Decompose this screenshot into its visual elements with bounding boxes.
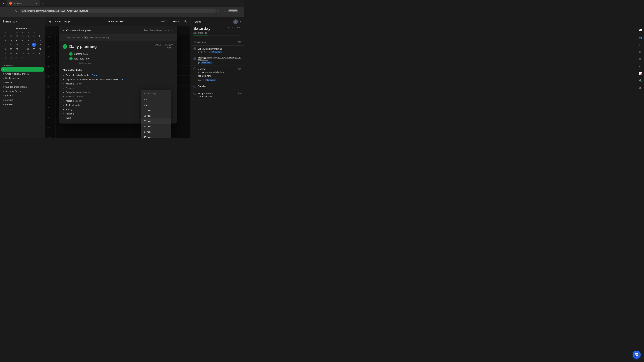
cal-day-28b[interactable]: 28 (20, 51, 24, 55)
mini-cal-prev-button[interactable]: ‹ (3, 27, 4, 30)
bookmark-icon[interactable]: ☆ (217, 9, 220, 12)
cal-day-3[interactable]: 3 (38, 34, 42, 38)
modal-close-button[interactable]: × (172, 29, 173, 32)
cal-day-3b[interactable]: 3 (15, 56, 19, 60)
cal-day-12[interactable]: 12 (9, 43, 13, 47)
task-item-asana-url[interactable]: https://app.asana.com/0/1206174676385119… (191, 55, 244, 66)
cal-day-30b[interactable]: 30 (32, 51, 36, 55)
sidebar-item-general3[interactable]: # general (1, 102, 44, 106)
task-item-schedule-kickoff[interactable]: Schedule kickoff meeting ① 👤 Dec 20 #Cro… (191, 45, 244, 55)
cal-day-14[interactable]: 14 (20, 43, 24, 47)
subtask-check-2[interactable]: ✓ (69, 57, 72, 60)
sidebar-item-sunsama-tasks[interactable]: # Sunsama Tasks (1, 89, 44, 93)
cal-day-16[interactable]: 16 (32, 43, 36, 47)
sidebar-item-designers-one[interactable]: # Designers-one (1, 76, 44, 80)
cal-day-1[interactable]: 1 (26, 34, 30, 38)
cal-day-23[interactable]: 23 (32, 47, 36, 51)
cal-day-1b[interactable]: 1 (3, 56, 8, 60)
dropdown-item-20min[interactable]: 20 min (141, 118, 171, 124)
new-tab-button[interactable]: + (41, 1, 45, 6)
right-panel-collapse-button[interactable]: ⊲ (239, 20, 242, 23)
dropdown-item-25min[interactable]: 25 min (141, 124, 171, 129)
cal-day-18[interactable]: 18 (3, 47, 8, 51)
cal-day-9[interactable]: 9 (32, 38, 36, 42)
cal-day-30[interactable]: 30 (20, 34, 24, 38)
subtask-check-1[interactable]: ✓ (69, 52, 72, 56)
modal-add-subtasks-button[interactable]: Add subtasks (150, 29, 162, 31)
cal-day-6b[interactable]: 6 (32, 56, 36, 60)
dropdown-item-10min[interactable]: 10 min (141, 108, 171, 113)
sidebar-item-middle[interactable]: # Middle (1, 80, 44, 85)
dropdown-current-value[interactable]: --:-- (141, 97, 171, 102)
task-check-1[interactable] (193, 47, 196, 50)
actual-value[interactable]: --:-- (155, 46, 161, 49)
sidebar-item-general1[interactable]: # general (1, 93, 44, 98)
add-subtask-button[interactable]: + Add subtask (76, 61, 173, 65)
task-check-2[interactable] (193, 57, 196, 60)
cal-day-21[interactable]: 21 (20, 47, 24, 51)
task-item-setup-sunsama[interactable]: Setup Sunsama 0:20 Add integrations (191, 90, 244, 100)
cal-day-2[interactable]: 2 (32, 34, 36, 38)
tab-close-button[interactable]: ✕ (36, 2, 38, 4)
cal-day-5b[interactable]: 5 (26, 56, 30, 60)
cal-day-7[interactable]: 7 (20, 38, 24, 42)
cal-day-17[interactable]: 17 (38, 43, 42, 47)
cal-day-7b[interactable]: 7 (38, 56, 42, 60)
cal-day-20[interactable]: 20 (15, 47, 19, 51)
back-button[interactable]: ← (2, 8, 7, 13)
task-check-5[interactable] (193, 92, 196, 95)
cal-day-28[interactable]: 28 (9, 34, 13, 38)
cal-day-13[interactable]: 13 (15, 43, 19, 47)
refresh-button[interactable]: ↻ (14, 8, 18, 13)
forward-button[interactable]: → (8, 8, 13, 13)
cal-day-6[interactable]: 6 (15, 38, 19, 42)
prev-week-button[interactable]: ◀ (64, 20, 66, 23)
cal-day-24[interactable]: 24 (38, 47, 42, 51)
cal-day-27b[interactable]: 27 (15, 51, 19, 55)
cal-day-2b[interactable]: 2 (9, 56, 13, 60)
download-icon[interactable]: ⬇ (221, 9, 223, 12)
cal-day-5[interactable]: 5 (9, 38, 13, 42)
today-button[interactable]: Today (53, 19, 62, 23)
sidebar-toggle-button[interactable]: ◀| (49, 20, 51, 23)
cal-day-4[interactable]: 4 (3, 38, 8, 42)
sidebar-item-cross-functional[interactable]: # Cross-functional projec... (1, 71, 44, 76)
cal-day-25[interactable]: 25 (3, 51, 8, 55)
url-bar[interactable]: app.sunsama.com/group/moodjoy?aid=657c79… (20, 8, 216, 13)
active-tab[interactable]: S Sunsama ✕ (6, 0, 40, 6)
cal-day-29[interactable]: 29 (15, 34, 19, 38)
tab-back-button[interactable]: ⬅ (1, 1, 6, 5)
sidebar-item-general2[interactable]: # general (1, 98, 44, 102)
dropdown-item-45min[interactable]: 45 min (141, 135, 171, 138)
sidebar-item-designers-channel[interactable]: # Our designers channel (1, 85, 44, 89)
task-item-meeting[interactable]: Meeting 0:15 add subtasks description he… (191, 66, 244, 83)
cal-day-10[interactable]: 10 (38, 38, 42, 42)
logo-dropdown-arrow[interactable]: ▾ (16, 21, 17, 23)
tab-calendar[interactable]: Calendar (171, 19, 180, 23)
dropdown-item-30min[interactable]: 30 min (141, 129, 171, 135)
cal-day-26[interactable]: 26 (9, 51, 13, 55)
cal-day-4b[interactable]: 4 (20, 56, 24, 60)
focus-button[interactable]: Focus (226, 26, 234, 29)
dropdown-scrollbar[interactable] (170, 100, 170, 120)
extension-icon[interactable]: ⊡ (224, 9, 226, 12)
cal-day-8[interactable]: 8 (26, 38, 30, 42)
zoom-icon[interactable]: 🔍 (184, 20, 187, 23)
menu-icon[interactable]: ⋮ (240, 9, 242, 12)
cal-day-15[interactable]: 15 (26, 43, 30, 47)
avatar-icon[interactable]: 👤 (233, 19, 238, 24)
plan-button[interactable]: Plan (236, 26, 242, 29)
cal-day-22[interactable]: 22 (26, 47, 30, 51)
tab-tasks[interactable]: Tasks (161, 19, 167, 23)
asana-link[interactable]: Asana (92, 74, 98, 76)
modal-more-options-button[interactable]: ··· (164, 29, 166, 31)
cal-day-11[interactable]: 11 (3, 43, 8, 47)
cal-day-19[interactable]: 19 (9, 47, 13, 51)
cal-day-29b[interactable]: 29 (26, 51, 30, 55)
task-check-3[interactable] (193, 67, 196, 70)
cal-day-31[interactable]: 31 (38, 51, 42, 55)
modal-expand-button[interactable]: ⤢ (168, 29, 170, 31)
mini-cal-next-button[interactable]: › (42, 27, 42, 30)
dropdown-item-15min[interactable]: 15 min (141, 113, 171, 118)
task-item-exercise[interactable]: Exercise (191, 83, 244, 90)
